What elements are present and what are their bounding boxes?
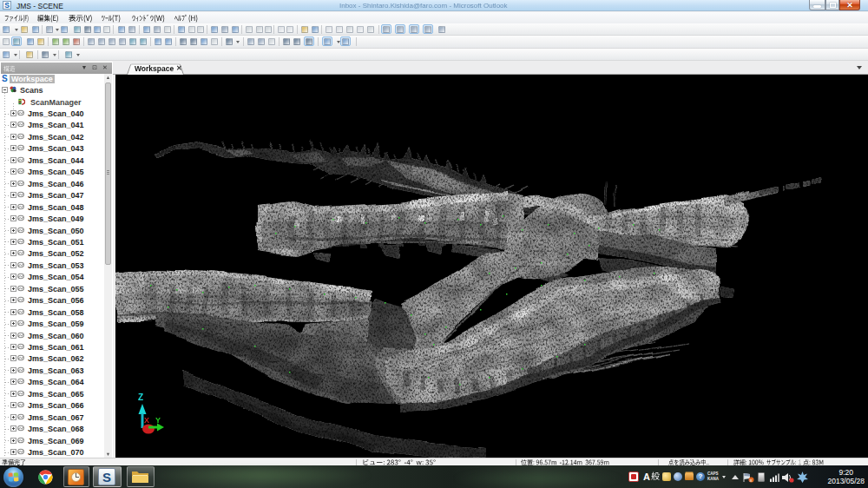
svg-text:X: X	[144, 416, 149, 425]
svg-text:Y: Y	[155, 416, 161, 425]
svg-text:Z: Z	[138, 392, 143, 402]
svg-text:x: x	[750, 478, 753, 483]
